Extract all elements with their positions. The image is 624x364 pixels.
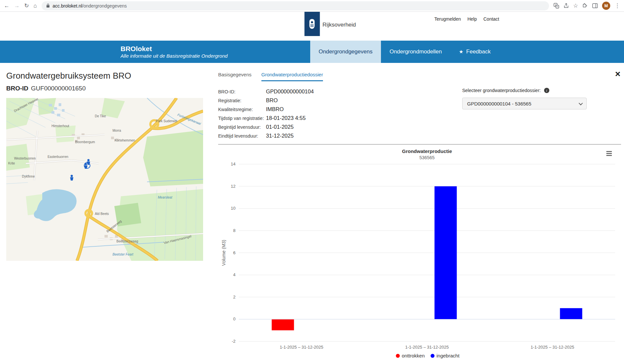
- map-place-label: Beetsterzwaag: [117, 239, 138, 243]
- link-help[interactable]: Help: [467, 16, 477, 22]
- field-row-kwaliteitsregime: Kwaliteitsregime: IMBRO: [218, 105, 314, 114]
- browser-menu-icon[interactable]: ⋮: [615, 3, 620, 9]
- bookmark-star-icon[interactable]: ☆: [573, 3, 578, 9]
- feedback-star-icon: ★: [459, 49, 463, 55]
- field-label: BRO-ID:: [218, 89, 266, 94]
- y-tick-label: 12: [231, 184, 236, 189]
- map-place-label: Kortehemmen: [115, 139, 135, 142]
- left-panel: Grondwatergebruiksysteem BRO BRO-IDGUF00…: [0, 63, 211, 342]
- brand-block[interactable]: BROloket Alle informatie uit de Basisreg…: [121, 41, 228, 63]
- field-value: 31-12-2025: [266, 133, 293, 139]
- production-chart: Grondwaterproductie536565-202468101214Vo…: [218, 146, 621, 363]
- page-title: Grondwatergebruiksysteem BRO: [6, 71, 211, 81]
- field-label: Registratie:: [218, 98, 266, 103]
- field-value: 01-01-2025: [266, 124, 293, 130]
- site-header: Rijksoverheid Terugmelden Help Contact: [0, 12, 624, 41]
- y-axis-title: Volume (M3): [221, 240, 226, 266]
- address-bar[interactable]: acc.broloket.nl/ondergrondgegevens: [42, 1, 549, 10]
- field-label: Eindtijd levensduur:: [218, 133, 266, 139]
- location-map[interactable]: Drachtster HeaweiDe TikePark SuderweiMor…: [6, 98, 203, 261]
- map-place-label: Park Suderwei: [156, 119, 177, 123]
- svg-text:onttrokken: onttrokken: [402, 353, 425, 358]
- header-links: Terugmelden Help Contact: [434, 16, 499, 22]
- map-place-label: Boornbergum: [75, 140, 95, 144]
- url-path: /ondergrondgegevens: [82, 3, 127, 9]
- main-nav: Ondergrondgegevens Ondergrondmodellen ★ …: [310, 41, 499, 63]
- groundwater-markers: [70, 159, 90, 181]
- info-icon[interactable]: i: [544, 88, 549, 93]
- field-label: Begintijd levensduur:: [218, 125, 266, 130]
- field-row-bro-id: BRO-ID: GPD000000000104: [218, 87, 314, 96]
- field-value: GPD000000000104: [266, 88, 314, 95]
- tab-basisgegevens[interactable]: Basisgegevens: [218, 72, 252, 81]
- map-place-label: Dykfinne: [22, 175, 35, 178]
- url-domain: acc.broloket.nl: [53, 3, 82, 9]
- tab-grondwaterproductiedossier[interactable]: Grondwaterproductiedossier: [261, 72, 323, 81]
- extensions-icon[interactable]: [582, 3, 588, 9]
- dossier-selected-option: GPD000000000104 - 536565: [467, 101, 531, 106]
- bar-ingebracht[interactable]: [435, 186, 457, 319]
- field-value: IMBRO: [266, 106, 284, 112]
- map-place-label: Himsterhout: [51, 124, 69, 128]
- map-place-label: Mearsleat: [158, 196, 172, 199]
- field-label: Tijdstip van registratie:: [218, 116, 266, 121]
- chart-title: Grondwaterproductie: [402, 148, 452, 154]
- field-value: BRO: [266, 97, 278, 104]
- lock-icon: [46, 4, 50, 8]
- reload-icon[interactable]: ↻: [24, 3, 29, 9]
- map-place-label: Krite: [8, 162, 15, 165]
- field-value: 18-01-2023 4:55: [266, 115, 306, 121]
- browser-chrome: ← → ↻ ⌂ acc.broloket.nl/ondergrondgegeve…: [0, 0, 624, 12]
- link-contact[interactable]: Contact: [483, 16, 499, 22]
- map-place-label: Morra: [113, 129, 121, 132]
- close-icon[interactable]: ×: [615, 69, 620, 79]
- y-tick-label: -2: [232, 339, 236, 344]
- main-navbar: BROloket Alle informatie uit de Basisreg…: [0, 41, 624, 63]
- chart-menu-icon[interactable]: [605, 150, 613, 157]
- forward-icon[interactable]: →: [14, 3, 20, 9]
- record-fields: BRO-ID: GPD000000000104 Registratie: BRO…: [218, 87, 314, 140]
- share-icon[interactable]: [563, 3, 569, 9]
- translate-icon[interactable]: A: [554, 3, 559, 9]
- y-tick-label: 4: [233, 272, 236, 277]
- y-tick-label: 10: [231, 206, 236, 211]
- y-tick-label: 0: [233, 316, 236, 321]
- map-place-label: Ald Beets: [95, 212, 109, 216]
- link-terugmelden[interactable]: Terugmelden: [434, 16, 461, 22]
- chart-canvas: Grondwaterproductie536565-202468101214Vo…: [218, 146, 621, 362]
- rijksoverheid-logo-icon: [304, 12, 320, 36]
- y-tick-label: 2: [233, 295, 236, 299]
- field-row-tijdstip-registratie: Tijdstip van registratie: 18-01-2023 4:5…: [218, 114, 314, 123]
- x-category-label: 1-1-2025 – 31-12-2025: [405, 345, 449, 350]
- bar-ingebracht[interactable]: [560, 308, 582, 319]
- sidebar-icon[interactable]: [592, 3, 598, 8]
- back-icon[interactable]: ←: [4, 3, 9, 9]
- field-label: Kwaliteitsregime:: [218, 107, 266, 112]
- dossier-selector-label: Selecteer grondwaterproductiedossier:: [462, 88, 541, 93]
- bro-id-line: BRO-IDGUF000000001650: [6, 85, 211, 92]
- y-tick-label: 14: [231, 162, 236, 166]
- y-tick-label: 6: [233, 250, 236, 255]
- brand-title: BROloket: [121, 45, 228, 53]
- map-place-label: De Tike: [95, 114, 106, 118]
- nav-item-ondergrondmodellen[interactable]: Ondergrondmodellen: [381, 41, 450, 63]
- bro-id-label: BRO-ID: [6, 85, 28, 92]
- nav-item-ondergrondgegevens[interactable]: Ondergrondgegevens: [310, 41, 381, 63]
- nav-item-feedback[interactable]: ★ Feedback: [450, 41, 499, 63]
- logo-wordmark: Rijksoverheid: [323, 22, 356, 28]
- bar-onttrokken[interactable]: [272, 319, 294, 330]
- profile-avatar[interactable]: M: [602, 2, 610, 10]
- legend-item-ingebracht[interactable]: ingebracht: [431, 353, 460, 358]
- map-place-label: Easterbuorren: [47, 155, 68, 159]
- section-divider: [218, 144, 621, 144]
- dossier-select-dropdown[interactable]: GPD000000000104 - 536565: [462, 98, 587, 109]
- legend-item-onttrokken[interactable]: onttrokken: [396, 353, 425, 358]
- detail-tabs: Basisgegevens Grondwaterproductiedossier: [218, 71, 621, 81]
- home-icon[interactable]: ⌂: [33, 3, 37, 9]
- x-category-label: 1-1-2025 – 31-12-2025: [280, 345, 323, 350]
- field-row-registratie: Registratie: BRO: [218, 96, 314, 105]
- map-place-label: Beetster Feart: [113, 253, 133, 256]
- brand-tagline: Alle informatie uit de Basisregistratie …: [121, 53, 228, 59]
- y-tick-label: 8: [233, 228, 236, 233]
- field-row-eindtijd: Eindtijd levensduur: 31-12-2025: [218, 131, 314, 140]
